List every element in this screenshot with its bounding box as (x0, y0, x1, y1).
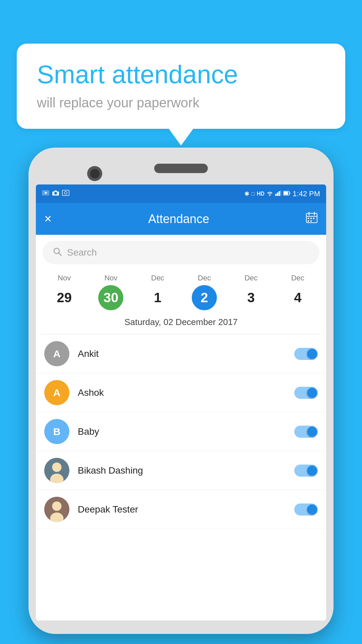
svg-rect-17 (313, 218, 314, 219)
app-toolbar: × Attendance (36, 203, 326, 235)
student-item: Deepak Tester (36, 490, 326, 529)
student-avatar-4 (44, 497, 69, 522)
date-item-4[interactable]: Dec3 (237, 274, 265, 310)
status-bar: ✱ □ HD (36, 184, 326, 203)
student-name-0: Ankit (78, 348, 286, 359)
attendance-toggle-4[interactable] (294, 503, 318, 516)
phone-camera (87, 166, 102, 181)
svg-rect-2 (62, 190, 69, 196)
svg-rect-18 (308, 220, 309, 222)
selected-date-label: Saturday, 02 December 2017 (41, 310, 321, 332)
phone-camera-inner (90, 169, 100, 178)
date-row: Nov29Nov30Dec1Dec2Dec3Dec4 (41, 274, 321, 310)
date-month-1: Nov (104, 274, 117, 282)
svg-rect-7 (280, 191, 281, 196)
date-day-5[interactable]: 4 (285, 285, 310, 310)
student-name-3: Bikash Dashing (78, 465, 286, 476)
bubble-subtitle: will replace your paperwork (37, 95, 325, 110)
svg-rect-6 (279, 191, 280, 196)
student-list: AAnkitAAshokBBaby Bikash Dashing Deepak … (36, 334, 326, 529)
search-icon (53, 247, 62, 259)
svg-rect-16 (310, 218, 312, 219)
date-picker: Nov29Nov30Dec1Dec2Dec3Dec4 Saturday, 02 … (36, 270, 326, 334)
date-month-4: Dec (244, 274, 257, 282)
signal-bars-icon (275, 191, 281, 197)
attendance-toggle-3[interactable] (294, 465, 318, 477)
camera-icon (52, 190, 59, 198)
date-month-3: Dec (198, 274, 211, 282)
svg-rect-5 (277, 193, 278, 196)
student-item: BBaby (36, 412, 326, 451)
search-placeholder: Search (67, 247, 97, 258)
phone-frame: ✱ □ HD (28, 148, 334, 634)
date-day-1[interactable]: 30 (98, 285, 123, 310)
student-avatar-2: B (44, 419, 69, 444)
svg-point-23 (52, 463, 62, 472)
svg-point-26 (52, 501, 62, 511)
close-button[interactable]: × (44, 212, 52, 226)
wifi-icon (266, 191, 273, 197)
date-month-2: Dec (151, 274, 164, 282)
photo-icon (62, 190, 69, 198)
bubble-title: Smart attendance (37, 60, 325, 89)
student-avatar-0: A (44, 341, 69, 366)
svg-rect-19 (310, 220, 312, 222)
status-time: 1:42 PM (293, 190, 320, 198)
svg-line-21 (59, 253, 61, 256)
hd-icon: HD (257, 191, 264, 197)
toolbar-title: Attendance (148, 212, 209, 226)
date-day-0[interactable]: 29 (52, 285, 77, 310)
date-day-3[interactable]: 2 (192, 285, 217, 310)
student-name-2: Baby (78, 426, 286, 437)
date-month-0: Nov (58, 274, 71, 282)
speech-bubble: Smart attendance will replace your paper… (17, 44, 345, 129)
student-name-1: Ashok (78, 387, 286, 398)
student-item: Bikash Dashing (36, 451, 326, 490)
date-item-3[interactable]: Dec2 (190, 274, 219, 310)
calendar-icon[interactable] (306, 212, 318, 226)
date-item-5[interactable]: Dec4 (284, 274, 312, 310)
svg-rect-4 (275, 194, 277, 196)
phone-speaker (154, 164, 208, 173)
date-item-2[interactable]: Dec1 (143, 274, 172, 310)
bluetooth-icon: ✱ (244, 190, 249, 198)
signal-icon: □ (251, 191, 255, 197)
attendance-toggle-2[interactable] (294, 426, 318, 438)
student-avatar-3 (44, 458, 69, 483)
student-avatar-1: A (44, 380, 69, 405)
student-item: AAshok (36, 373, 326, 412)
date-month-5: Dec (291, 274, 304, 282)
youtube-icon (42, 190, 49, 197)
svg-rect-9 (289, 192, 290, 194)
student-name-4: Deepak Tester (78, 504, 286, 515)
date-day-4[interactable]: 3 (238, 285, 263, 310)
student-item: AAnkit (36, 334, 326, 373)
attendance-toggle-0[interactable] (294, 348, 318, 360)
svg-rect-15 (308, 218, 309, 219)
status-icons-right: ✱ □ HD (244, 190, 320, 198)
battery-icon (283, 191, 291, 197)
date-item-0[interactable]: Nov29 (50, 274, 78, 310)
svg-point-3 (64, 192, 67, 194)
search-bar[interactable]: Search (43, 241, 319, 264)
status-icons-left (42, 190, 69, 198)
attendance-toggle-1[interactable] (294, 387, 318, 399)
date-item-1[interactable]: Nov30 (97, 274, 125, 310)
date-day-2[interactable]: 1 (145, 285, 170, 310)
phone-screen: ✱ □ HD (36, 184, 326, 621)
svg-rect-10 (284, 192, 288, 195)
